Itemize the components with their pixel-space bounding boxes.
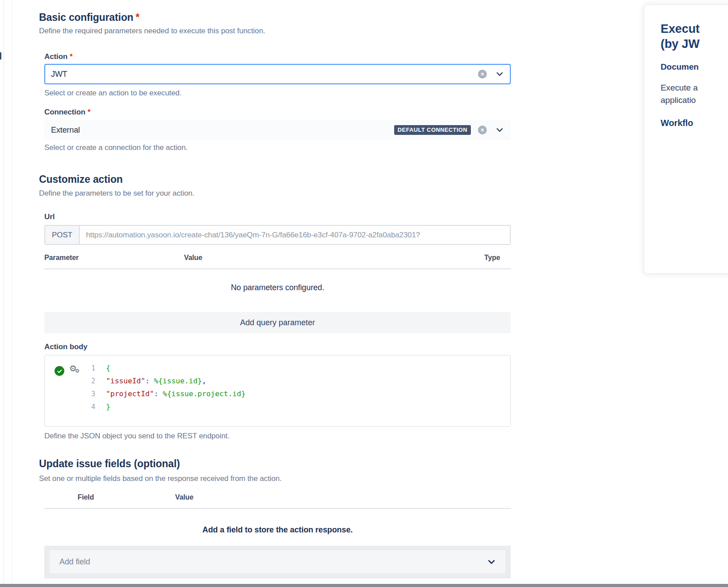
post-function-config-page: Basic configuration* Define the required… [0,0,728,587]
connection-select[interactable]: External DEFAULT CONNECTION ✕ [44,120,511,140]
gears-icon: ⚙ ⚙ [69,363,82,376]
required-marker: * [70,52,73,61]
customize-action-heading: Customize action [39,173,123,185]
column-header-field: Field [78,493,175,501]
add-field-placeholder: Add field [59,557,487,567]
action-select[interactable]: JWT ✕ [44,64,511,84]
horizontal-scrollbar[interactable] [0,584,728,587]
fields-empty-message: Add a field to store the action response… [44,525,511,535]
http-method-label: POST [45,226,80,244]
help-panel-description: Execute a applicatio [661,82,728,106]
workflow-label: Workflo [661,118,728,128]
column-header-parameter: Parameter [44,254,184,262]
chevron-down-icon[interactable] [496,70,504,78]
connection-select-value: External [51,126,394,135]
left-rail-divider [4,0,4,584]
connection-helper-text: Select or create a connection for the ac… [44,143,188,152]
parameters-table-header: Parameter Value Type [44,254,511,269]
action-body-helper: Define the JSON object you send to the R… [44,432,230,441]
clear-icon[interactable]: ✕ [478,70,487,79]
action-select-value: JWT [51,70,478,79]
clear-icon[interactable]: ✕ [478,126,487,134]
check-circle-icon [55,366,64,376]
action-helper-text: Select or create an action to be execute… [44,89,182,98]
url-input-group: POST https://automation.yasoon.io/create… [44,225,511,245]
chevron-down-icon[interactable] [496,126,504,134]
help-panel: Execut (by JW Documen Execute a applicat… [644,4,728,274]
code-lines: 1{2"issueId": %{issue.id},3"projectId": … [88,362,246,413]
default-connection-badge: DEFAULT CONNECTION [394,125,471,135]
customize-action-description: Define the parameters to be set for your… [39,189,195,198]
add-field-section: Add field [44,546,511,579]
params-empty-message: No parameters configured. [44,283,511,292]
basic-configuration-description: Define the required parameters needed to… [39,27,265,35]
clipped-left-element [0,52,1,59]
connection-field-label: Connection* [44,108,90,117]
left-rail-divider-inner [12,0,12,584]
column-header-type: Type [484,254,511,262]
update-issue-fields-description: Set one or multiple fields based on the … [39,474,282,483]
url-field-label: Url [44,213,55,221]
column-header-value: Value [175,493,511,501]
required-marker: * [88,108,91,116]
add-field-dropdown[interactable]: Add field [50,550,505,573]
basic-configuration-heading: Basic configuration* [39,12,140,24]
help-panel-title: Execut (by JW [661,21,728,51]
fields-table-header: Field Value [44,493,511,509]
url-input[interactable]: https://automation.yasoon.io/create-chat… [80,226,510,244]
update-issue-fields-heading: Update issue fields (optional) [39,458,180,470]
action-field-label: Action* [44,52,73,61]
add-query-parameter-button[interactable]: Add query parameter [44,312,511,333]
column-header-value: Value [184,254,484,262]
action-body-label: Action body [44,343,87,351]
required-marker: * [136,12,140,23]
chevron-down-icon[interactable] [487,558,496,566]
documentation-label: Documen [661,62,728,72]
action-body-editor[interactable]: ⚙ ⚙ 1{2"issueId": %{issue.id},3"projectI… [44,355,511,427]
